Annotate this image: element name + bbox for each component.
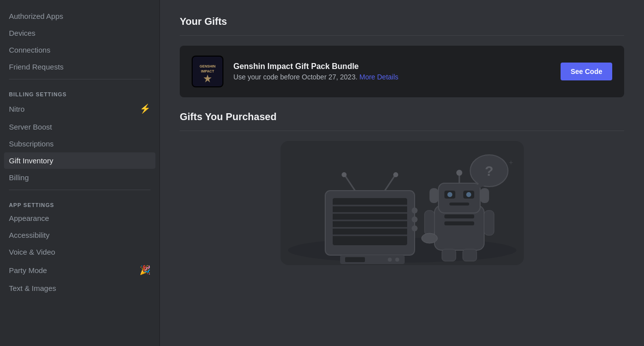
svg-rect-39: [463, 249, 477, 261]
sidebar-item-appearance[interactable]: Appearance: [4, 210, 155, 226]
svg-rect-35: [480, 188, 489, 203]
gift-card-title: Genshin Impact Gift Pack Bundle: [233, 62, 551, 71]
sidebar: Authorized Apps Devices Connections Frie…: [0, 0, 160, 346]
sidebar-item-label: Nitro: [9, 105, 25, 113]
svg-point-29: [447, 192, 452, 197]
sidebar-item-label: Server Boost: [9, 123, 52, 131]
billing-settings-label: BILLING SETTINGS: [4, 83, 155, 99]
svg-rect-38: [442, 249, 456, 261]
gift-card: GENSHIN IMPACT Genshin Impact Gift Pack …: [180, 46, 624, 97]
svg-rect-36: [425, 210, 434, 235]
svg-rect-40: [444, 214, 474, 218]
see-code-button[interactable]: See Code: [561, 63, 612, 80]
gifts-purchased-divider: [180, 131, 624, 131]
sidebar-item-label: Accessibility: [9, 231, 50, 239]
party-icon: 🎉: [140, 265, 150, 276]
svg-rect-22: [345, 257, 365, 262]
svg-point-24: [388, 258, 392, 262]
sidebar-item-subscriptions[interactable]: Subscriptions: [4, 136, 155, 152]
sidebar-item-label: Connections: [9, 46, 50, 54]
sidebar-item-billing[interactable]: Billing: [4, 169, 155, 186]
svg-rect-34: [429, 188, 438, 203]
svg-point-42: [422, 233, 437, 243]
svg-rect-31: [449, 203, 469, 206]
svg-line-14: [345, 176, 355, 191]
sidebar-item-voice-video[interactable]: Voice & Video: [4, 244, 155, 260]
sidebar-item-connections[interactable]: Connections: [4, 42, 155, 58]
svg-point-18: [412, 208, 418, 213]
your-gifts-divider: [180, 35, 624, 36]
sidebar-item-label: Party Mode: [9, 266, 47, 275]
sidebar-item-party-mode[interactable]: Party Mode 🎉: [4, 261, 155, 279]
svg-rect-41: [444, 221, 474, 225]
sidebar-item-label: Friend Requests: [9, 63, 64, 71]
robot-illustration: ? + + + +: [281, 141, 524, 265]
gift-card-desc-text: Use your code before October 27, 2023.: [233, 73, 358, 81]
illustration-container: ? + + + +: [281, 141, 524, 265]
app-settings-label: APP SETTINGS: [4, 194, 155, 210]
sidebar-item-nitro[interactable]: Nitro ⚡: [4, 99, 155, 118]
sidebar-divider-2: [9, 190, 150, 190]
gift-card-description: Use your code before October 27, 2023. M…: [233, 73, 551, 81]
svg-rect-26: [438, 183, 480, 213]
sidebar-top-section: Authorized Apps Devices Connections Frie…: [4, 8, 155, 75]
sidebar-item-label: Authorized Apps: [9, 12, 63, 20]
sidebar-item-label: Billing: [9, 173, 29, 182]
sidebar-item-gift-inventory[interactable]: Gift Inventory: [4, 152, 155, 169]
svg-point-17: [393, 172, 398, 177]
sidebar-item-devices[interactable]: Devices: [4, 25, 155, 41]
main-content: Your Gifts GENSHIN IMPACT Genshin Impact…: [160, 0, 644, 346]
svg-text:?: ?: [485, 163, 493, 179]
more-details-link[interactable]: More Details: [359, 73, 399, 81]
sidebar-item-label: Appearance: [9, 214, 49, 222]
svg-text:+: +: [509, 158, 513, 166]
sidebar-item-authorized-apps[interactable]: Authorized Apps: [4, 8, 155, 24]
svg-point-33: [456, 170, 462, 176]
sidebar-divider-1: [9, 79, 150, 79]
gift-card-info: Genshin Impact Gift Pack Bundle Use your…: [233, 62, 551, 81]
gift-card-image: GENSHIN IMPACT: [192, 56, 223, 87]
svg-point-16: [342, 172, 347, 177]
gifts-purchased-title: Gifts You Purchased: [180, 111, 624, 123]
svg-text:GENSHIN: GENSHIN: [200, 65, 215, 68]
empty-state: ? + + + +: [180, 141, 624, 265]
svg-point-23: [395, 258, 399, 262]
sidebar-item-label: Voice & Video: [9, 248, 55, 256]
genshin-logo-svg: GENSHIN IMPACT: [193, 57, 222, 86]
svg-point-19: [412, 216, 418, 222]
sidebar-item-server-boost[interactable]: Server Boost: [4, 119, 155, 135]
svg-text:IMPACT: IMPACT: [201, 69, 215, 73]
sidebar-item-friend-requests[interactable]: Friend Requests: [4, 59, 155, 75]
your-gifts-title: Your Gifts: [180, 16, 624, 27]
svg-point-30: [466, 192, 471, 197]
nitro-icon: ⚡: [140, 103, 150, 114]
sidebar-item-label: Gift Inventory: [9, 156, 53, 165]
svg-rect-37: [484, 210, 494, 235]
sidebar-item-accessibility[interactable]: Accessibility: [4, 227, 155, 243]
svg-point-20: [412, 225, 418, 231]
sidebar-item-text-images[interactable]: Text & Images: [4, 280, 155, 296]
sidebar-item-label: Text & Images: [9, 284, 56, 292]
sidebar-item-label: Devices: [9, 29, 35, 37]
svg-line-15: [385, 176, 395, 191]
sidebar-item-label: Subscriptions: [9, 139, 54, 148]
